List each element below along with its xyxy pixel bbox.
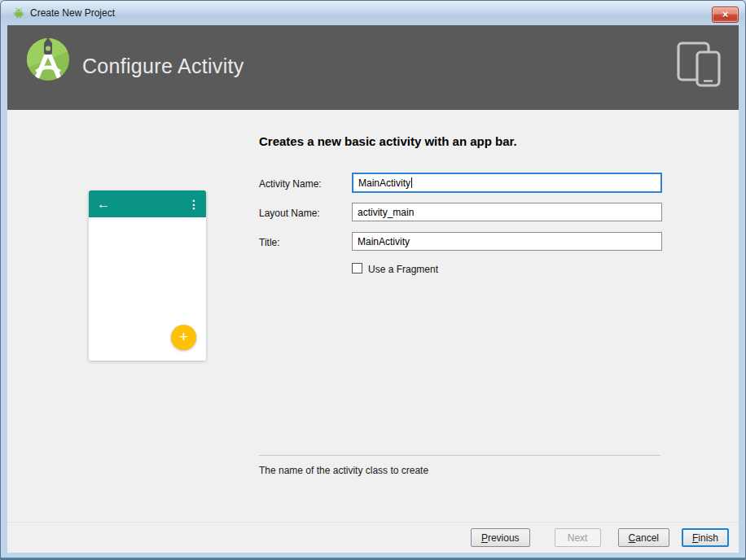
create-new-project-window: { "window": { "title": "Create New Proje…	[0, 0, 746, 560]
activity-name-value: MainActivity	[358, 177, 410, 189]
close-icon: ×	[722, 9, 729, 20]
window-titlebar[interactable]: Create New Project ×	[1, 1, 745, 25]
plus-icon: +	[179, 329, 188, 344]
wizard-content: Creates a new basic activity with an app…	[7, 110, 739, 553]
window-title: Create New Project	[30, 7, 115, 19]
use-fragment-label: Use a Fragment	[368, 264, 438, 275]
layout-name-label: Layout Name:	[259, 208, 320, 219]
layout-name-value: activity_main	[358, 207, 414, 218]
android-icon	[12, 7, 25, 20]
title-value: MainActivity	[358, 236, 410, 247]
close-button[interactable]: ×	[712, 7, 739, 23]
activity-description: Creates a new basic activity with an app…	[259, 134, 517, 148]
text-cursor	[411, 177, 412, 188]
use-fragment-checkbox[interactable]	[352, 263, 362, 273]
layout-name-input[interactable]: activity_main	[352, 203, 662, 221]
activity-name-input[interactable]: MainActivity	[352, 173, 662, 193]
field-hint: The name of the activity class to create	[259, 465, 428, 476]
android-studio-logo-icon	[25, 35, 71, 82]
activity-preview-card: ← ⋮ +	[89, 190, 206, 361]
next-button[interactable]: Next	[555, 528, 601, 547]
footer-separator	[7, 522, 739, 523]
wizard-header: Configure Activity	[7, 25, 739, 110]
back-arrow-icon: ←	[97, 198, 110, 211]
preview-fab: +	[171, 325, 196, 350]
title-label: Title:	[259, 237, 280, 248]
phone-tablet-icon	[677, 42, 721, 87]
preview-appbar: ← ⋮	[89, 190, 206, 217]
activity-name-label: Activity Name:	[259, 178, 322, 190]
previous-button[interactable]: Previous	[471, 528, 530, 547]
wizard-footer: Previous Next Cancel Finish	[471, 528, 729, 547]
cancel-button[interactable]: Cancel	[618, 528, 669, 547]
overflow-menu-icon: ⋮	[188, 199, 200, 210]
title-input[interactable]: MainActivity	[352, 232, 662, 251]
finish-button[interactable]: Finish	[682, 528, 729, 547]
hint-divider	[259, 455, 660, 456]
window-bottom-edge	[1, 558, 745, 559]
page-title: Configure Activity	[82, 55, 244, 78]
